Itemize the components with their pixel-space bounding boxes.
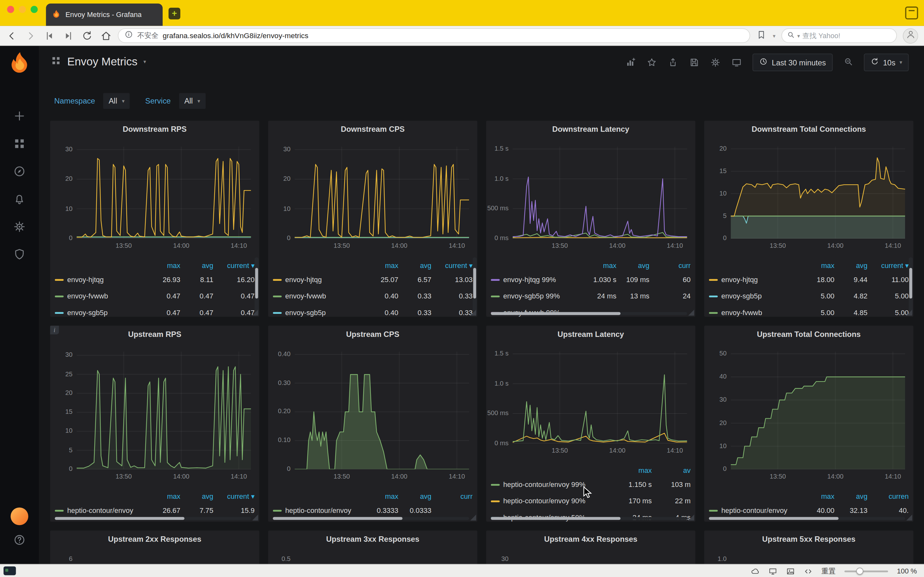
scrollbar-thumb[interactable] <box>491 517 620 520</box>
panel-title[interactable]: Downstream RPS <box>123 124 187 133</box>
panel-title[interactable]: Downstream Latency <box>552 124 629 133</box>
legend-series[interactable]: envoy-fvwwb <box>709 308 801 317</box>
skip-forward-icon[interactable] <box>63 30 74 42</box>
user-avatar[interactable] <box>11 508 28 525</box>
configuration-icon[interactable] <box>13 220 26 233</box>
legend-column-current[interactable]: current ▾ <box>867 261 909 269</box>
panel-title[interactable]: Upstream RPS <box>128 330 181 338</box>
legend-series[interactable]: heptio-contour/envoy <box>55 506 147 515</box>
panel-resize-handle[interactable] <box>252 309 258 316</box>
panel-title[interactable]: Upstream 3xx Responses <box>326 534 419 543</box>
slider-track[interactable] <box>845 571 888 572</box>
scrollbar-thumb[interactable] <box>709 517 838 520</box>
save-icon[interactable] <box>689 57 699 68</box>
series-color-swatch[interactable] <box>55 279 64 281</box>
cycle-view-icon[interactable] <box>731 57 742 68</box>
panel-title[interactable]: Upstream Latency <box>557 330 624 338</box>
skip-back-icon[interactable] <box>44 30 55 42</box>
image-icon[interactable] <box>786 567 795 576</box>
share-icon[interactable] <box>667 57 678 68</box>
reset-button[interactable]: 重置 <box>821 566 835 576</box>
panel-title[interactable]: Upstream 5xx Responses <box>762 534 856 543</box>
legend-column-curr[interactable]: curr <box>431 492 473 500</box>
scrollbar-thumb[interactable] <box>909 268 912 299</box>
series-color-swatch[interactable] <box>491 295 500 297</box>
panel-title[interactable]: Downstream CPS <box>341 124 405 133</box>
chart-plot[interactable] <box>731 147 905 239</box>
series-color-swatch[interactable] <box>491 500 500 502</box>
legend-column-avg[interactable]: avg <box>835 492 867 500</box>
legend-column-max[interactable]: max <box>365 261 399 269</box>
series-color-swatch[interactable] <box>273 312 282 314</box>
zoom-out-icon[interactable] <box>843 56 853 69</box>
legend-column-current[interactable]: current ▾ <box>213 261 255 269</box>
scrollbar-thumb[interactable] <box>55 517 184 520</box>
chart-plot[interactable] <box>77 351 251 469</box>
panel-resize-handle[interactable] <box>906 309 912 316</box>
series-color-swatch[interactable] <box>709 279 718 281</box>
zoom-slider[interactable] <box>845 568 888 575</box>
series-color-swatch[interactable] <box>55 510 64 512</box>
thumbnail-icon[interactable] <box>3 566 16 575</box>
search-engine-caret-icon[interactable]: ▾ <box>797 33 800 39</box>
series-color-swatch[interactable] <box>709 295 718 297</box>
legend-series[interactable]: envoy-hjtqg 99% <box>491 276 583 284</box>
chart-plot[interactable] <box>294 351 469 469</box>
legend-column-avg[interactable]: avg <box>616 261 649 269</box>
grafana-logo[interactable] <box>8 51 31 77</box>
scrollbar-thumb[interactable] <box>473 268 476 299</box>
star-icon[interactable] <box>646 57 657 68</box>
dashboards-icon[interactable] <box>13 137 26 150</box>
admin-icon[interactable] <box>13 248 26 261</box>
back-icon[interactable] <box>6 30 18 42</box>
legend-column-avg[interactable]: avg <box>180 261 213 269</box>
series-color-swatch[interactable] <box>273 510 282 512</box>
chart-plot[interactable] <box>731 351 905 469</box>
legend-column-curr[interactable]: curr <box>649 261 691 269</box>
close-window-button[interactable] <box>7 6 14 13</box>
panel-title[interactable]: Upstream CPS <box>346 330 399 338</box>
scrollbar-thumb[interactable] <box>273 517 402 520</box>
reload-icon[interactable] <box>81 30 93 42</box>
panel-resize-handle[interactable] <box>470 514 476 520</box>
chart-plot[interactable] <box>77 147 251 239</box>
legend-column-max[interactable]: max <box>801 261 835 269</box>
legend-series[interactable]: envoy-sgb5p 99% <box>491 292 583 300</box>
legend-column-max[interactable]: max <box>147 261 180 269</box>
scrollbar-thumb[interactable] <box>491 312 620 315</box>
legend-column-avg[interactable]: avg <box>399 492 431 500</box>
panel-resize-handle[interactable] <box>688 309 694 316</box>
series-color-swatch[interactable] <box>55 295 64 297</box>
refresh-button[interactable]: 10s ▾ <box>864 53 909 71</box>
url-text[interactable]: grafana.sealos.io/d/khVnG8iiz/envoy-metr… <box>163 31 309 40</box>
bookmark-caret-icon[interactable]: ▾ <box>773 33 775 39</box>
service-dropdown[interactable]: All ▾ <box>179 93 206 109</box>
series-color-swatch[interactable] <box>55 312 64 314</box>
legend-series[interactable]: envoy-sgb5p <box>55 308 147 317</box>
legend-column-max[interactable]: max <box>365 492 399 500</box>
slider-knob[interactable] <box>856 568 863 575</box>
legend-column-current[interactable]: current ▾ <box>431 261 473 269</box>
legend-series[interactable]: heptio-contour/envoy 90% <box>491 497 608 505</box>
series-color-swatch[interactable] <box>273 279 282 281</box>
alerting-icon[interactable] <box>13 193 26 205</box>
zoom-window-button[interactable] <box>31 6 38 13</box>
legend-column-max[interactable]: max <box>608 466 652 474</box>
panel-title[interactable]: Downstream Total Connections <box>752 124 866 133</box>
panel-title[interactable]: Upstream 2xx Responses <box>108 534 202 543</box>
legend-series[interactable]: envoy-fvwwb <box>273 292 365 300</box>
legend-column-max[interactable]: max <box>801 492 835 500</box>
series-color-swatch[interactable] <box>491 484 500 486</box>
chart-plot[interactable] <box>513 351 687 444</box>
legend-series[interactable]: envoy-hjtqg <box>709 276 801 284</box>
explore-icon[interactable] <box>13 165 26 177</box>
address-bar[interactable]: 不安全 grafana.sealos.io/d/khVnG8iiz/envoy-… <box>118 28 750 43</box>
cloud-icon[interactable] <box>751 567 760 576</box>
create-plus-icon[interactable] <box>13 110 26 122</box>
settings-icon[interactable] <box>710 57 720 68</box>
panel-info-icon[interactable]: i <box>50 326 59 335</box>
code-icon[interactable] <box>804 567 813 576</box>
browser-tab[interactable]: Envoy Metrics - Grafana <box>46 3 163 26</box>
chart-plot[interactable] <box>513 147 687 239</box>
panel-title[interactable]: Upstream 4xx Responses <box>544 534 638 543</box>
